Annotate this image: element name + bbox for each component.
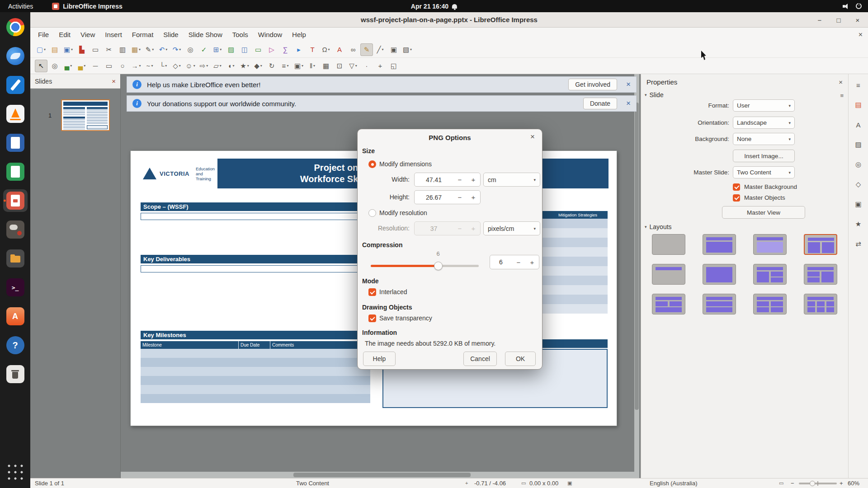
slide-section-more-options-icon[interactable]: ≡ bbox=[840, 92, 844, 99]
zoom-slider-handle[interactable] bbox=[810, 481, 815, 486]
insert-image-button[interactable]: ▨▾ bbox=[225, 43, 237, 56]
connector-tool[interactable]: └▾ bbox=[157, 60, 170, 72]
layout-content-two-content[interactable] bbox=[753, 264, 787, 285]
orientation-select[interactable]: Landscape ▾ bbox=[733, 117, 795, 129]
tab-master-slides[interactable]: ▣ bbox=[853, 199, 864, 210]
dock-thunderbird[interactable] bbox=[3, 45, 28, 67]
modify-dimensions-radio[interactable] bbox=[368, 160, 376, 168]
shadow-tool[interactable]: ▦▾ bbox=[320, 60, 332, 72]
tab-sidebar-settings[interactable]: ≡ bbox=[853, 80, 864, 90]
redo-button[interactable]: ↷▾ bbox=[170, 43, 183, 56]
insert-line-button[interactable]: ╱▾ bbox=[374, 43, 387, 56]
window-titlebar[interactable]: wssf-project-plan-on-a-page.pptx - Libre… bbox=[30, 12, 868, 28]
dock-terminal[interactable]: >_ bbox=[3, 276, 28, 299]
edit-points-tool[interactable]: ·▾ bbox=[360, 60, 373, 72]
fill-color-tool[interactable]: ▄▾ bbox=[62, 60, 75, 72]
tab-shapes[interactable]: ◇ bbox=[853, 179, 864, 190]
zoom-slider[interactable] bbox=[799, 483, 837, 484]
window-close-button[interactable]: × bbox=[854, 16, 862, 24]
dock-gimp[interactable] bbox=[3, 218, 28, 241]
start-slideshow-button[interactable]: ▸▾ bbox=[292, 43, 305, 56]
duplicate-slide-button[interactable]: ▣▾ bbox=[387, 43, 400, 56]
save-transparency-checkbox[interactable] bbox=[368, 314, 376, 322]
width-input[interactable]: 47.41 − + bbox=[414, 173, 481, 187]
interlaced-checkbox[interactable] bbox=[368, 288, 376, 296]
spelling-button[interactable]: ✓▾ bbox=[198, 43, 210, 56]
system-tray[interactable] bbox=[843, 3, 862, 9]
window-maximize-button[interactable]: □ bbox=[835, 16, 843, 24]
cut-button[interactable]: ✂▾ bbox=[103, 43, 115, 56]
compression-decrement-button[interactable]: − bbox=[512, 258, 525, 266]
layout-title-content[interactable] bbox=[703, 234, 736, 255]
block-arrows-tool[interactable]: ⇨▾ bbox=[198, 60, 210, 72]
cancel-button[interactable]: Cancel bbox=[463, 352, 497, 366]
paste-button[interactable]: ▦▾ bbox=[130, 43, 142, 56]
layout-content-over-content[interactable] bbox=[703, 294, 736, 314]
height-increment-button[interactable]: + bbox=[467, 193, 480, 201]
find-replace-button[interactable]: ◎▾ bbox=[184, 43, 197, 56]
print-button[interactable]: ▭▾ bbox=[89, 43, 102, 56]
tab-slide-transition[interactable]: ⇄ bbox=[853, 239, 864, 249]
layout-two-content-content[interactable] bbox=[804, 264, 837, 285]
rotate-tool[interactable]: ↻▾ bbox=[265, 60, 278, 72]
menu-tools[interactable]: Tools bbox=[227, 28, 253, 42]
format-select[interactable]: User ▾ bbox=[733, 99, 795, 112]
layout-blank[interactable] bbox=[652, 234, 685, 255]
dock-impress[interactable] bbox=[3, 189, 28, 212]
export-pdf-button[interactable]: ▙▾ bbox=[75, 43, 88, 56]
layout-title-only[interactable] bbox=[652, 264, 685, 285]
symbol-shapes-tool[interactable]: ☺▾ bbox=[184, 60, 197, 72]
document-modified-icon[interactable]: ▣ bbox=[567, 479, 572, 488]
3d-objects-tool[interactable]: ◆▾ bbox=[252, 60, 264, 72]
clone-formatting-button[interactable]: ✎▾ bbox=[143, 43, 156, 56]
open-file-button[interactable]: ▤▾ bbox=[48, 43, 61, 56]
master-objects-checkbox[interactable] bbox=[733, 194, 740, 202]
dock-help[interactable]: ? bbox=[3, 334, 28, 357]
language-indicator[interactable]: English (Australia) bbox=[650, 479, 698, 488]
compression-input[interactable]: 6 − + bbox=[490, 255, 539, 269]
width-unit-select[interactable]: cm ▾ bbox=[483, 173, 540, 187]
slide-thumbnail[interactable] bbox=[61, 99, 110, 131]
dock-calc[interactable] bbox=[3, 160, 28, 183]
dock-trash[interactable] bbox=[3, 363, 28, 385]
align-objects-tool[interactable]: ≡▾ bbox=[279, 60, 292, 72]
menu-slide-show[interactable]: Slide Show bbox=[184, 28, 227, 42]
tab-navigator[interactable]: ◎ bbox=[853, 159, 864, 170]
fontwork-button[interactable]: T▾ bbox=[306, 43, 319, 56]
help-button[interactable]: Help bbox=[363, 352, 396, 366]
line-tool[interactable]: ─▾ bbox=[89, 60, 102, 72]
dock-writer[interactable] bbox=[3, 131, 28, 154]
layout-centered-text[interactable] bbox=[703, 264, 736, 285]
arrow-tool[interactable]: →▾ bbox=[130, 60, 142, 72]
dialog-close-icon[interactable]: × bbox=[530, 132, 535, 141]
basic-shapes-tool[interactable]: ◇▾ bbox=[170, 60, 183, 72]
insert-media-button[interactable]: ▷▾ bbox=[265, 43, 278, 56]
height-value[interactable]: 26.67 bbox=[415, 194, 453, 201]
layout-title-content-alt[interactable] bbox=[753, 234, 787, 255]
glue-points-tool[interactable]: +▾ bbox=[374, 60, 387, 72]
width-increment-button[interactable]: + bbox=[467, 176, 480, 183]
master-view-button[interactable]: Master View bbox=[722, 206, 805, 219]
new-slide-button[interactable]: ▧▾ bbox=[401, 43, 414, 56]
infobar-action-button[interactable]: Get involved bbox=[568, 79, 617, 90]
compression-increment-button[interactable]: + bbox=[525, 258, 539, 266]
compression-slider-handle[interactable] bbox=[434, 262, 443, 270]
ok-button[interactable]: OK bbox=[505, 352, 536, 366]
menu-file[interactable]: File bbox=[33, 28, 54, 42]
new-presentation-button[interactable]: ▢▾ bbox=[35, 43, 47, 56]
distribute-tool[interactable]: ‖▾ bbox=[306, 60, 319, 72]
callouts-tool[interactable]: ◖▾ bbox=[225, 60, 237, 72]
width-value[interactable]: 47.41 bbox=[415, 176, 453, 183]
master-slide-select[interactable]: Two Content ▾ bbox=[733, 166, 795, 178]
menu-view[interactable]: View bbox=[75, 28, 100, 42]
undo-button[interactable]: ↶▾ bbox=[157, 43, 170, 56]
rectangle-tool[interactable]: ▭▾ bbox=[103, 60, 115, 72]
clock-menu[interactable]: Apr 21 16:40 bbox=[411, 3, 457, 10]
dock-chrome[interactable] bbox=[3, 16, 28, 38]
sidebar-close-icon[interactable]: × bbox=[839, 78, 843, 86]
show-draw-functions-button[interactable]: ✎▾ bbox=[360, 43, 373, 56]
insert-chart-button[interactable]: ◫▾ bbox=[238, 43, 251, 56]
tab-animation[interactable]: ★ bbox=[853, 219, 864, 230]
master-background-checkbox[interactable] bbox=[733, 183, 740, 191]
height-decrement-button[interactable]: − bbox=[453, 193, 467, 201]
